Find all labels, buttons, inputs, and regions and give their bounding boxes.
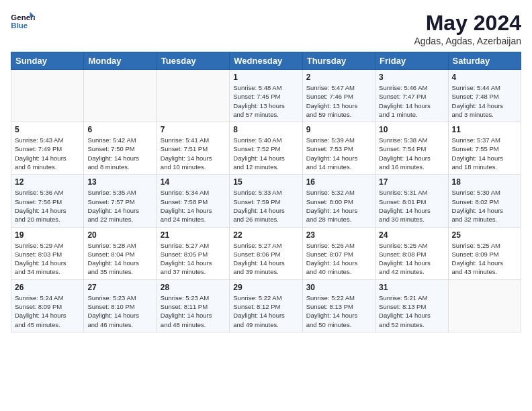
location-subtitle: Agdas, Agdas, Azerbaijan: [414, 36, 521, 46]
day-number: 6: [87, 125, 152, 134]
weekday-header-row: SundayMondayTuesdayWednesdayThursdayFrid…: [11, 52, 521, 70]
calendar-week-4: 19Sunrise: 5:29 AMSunset: 8:03 PMDayligh…: [11, 227, 521, 279]
logo-icon: General Blue: [11, 11, 35, 31]
calendar-cell: 25Sunrise: 5:25 AMSunset: 8:09 PMDayligh…: [448, 227, 521, 279]
day-number: 16: [306, 177, 371, 187]
calendar-cell: 11Sunrise: 5:37 AMSunset: 7:55 PMDayligh…: [448, 122, 521, 175]
calendar-cell: 5Sunrise: 5:43 AMSunset: 7:49 PMDaylight…: [11, 122, 84, 175]
day-number: 7: [161, 125, 226, 134]
day-info: Sunrise: 5:35 AMSunset: 7:57 PMDaylight:…: [87, 188, 152, 224]
calendar-cell: 29Sunrise: 5:22 AMSunset: 8:12 PMDayligh…: [230, 279, 302, 332]
day-number: 14: [161, 177, 226, 187]
day-number: 1: [233, 73, 298, 82]
svg-text:Blue: Blue: [11, 21, 28, 30]
calendar-cell: 16Sunrise: 5:32 AMSunset: 8:00 PMDayligh…: [302, 175, 375, 227]
day-info: Sunrise: 5:25 AMSunset: 8:09 PMDaylight:…: [452, 241, 517, 277]
day-number: 13: [87, 177, 152, 187]
calendar-cell: 10Sunrise: 5:38 AMSunset: 7:54 PMDayligh…: [375, 122, 448, 175]
day-info: Sunrise: 5:38 AMSunset: 7:54 PMDaylight:…: [379, 136, 444, 171]
day-info: Sunrise: 5:40 AMSunset: 7:52 PMDaylight:…: [233, 136, 298, 171]
calendar-cell: 21Sunrise: 5:27 AMSunset: 8:05 PMDayligh…: [157, 227, 229, 279]
day-number: 23: [306, 230, 371, 240]
day-number: 9: [306, 125, 371, 134]
day-info: Sunrise: 5:23 AMSunset: 8:10 PMDaylight:…: [87, 293, 152, 329]
day-info: Sunrise: 5:21 AMSunset: 8:13 PMDaylight:…: [379, 293, 444, 329]
weekday-header-wednesday: Wednesday: [230, 52, 302, 70]
calendar-cell: 2Sunrise: 5:47 AMSunset: 7:46 PMDaylight…: [302, 70, 375, 122]
calendar-week-2: 5Sunrise: 5:43 AMSunset: 7:49 PMDaylight…: [11, 122, 521, 175]
day-info: Sunrise: 5:27 AMSunset: 8:05 PMDaylight:…: [161, 241, 226, 277]
title-block: May 2024 Agdas, Agdas, Azerbaijan: [414, 11, 521, 46]
day-number: 27: [87, 283, 152, 292]
day-info: Sunrise: 5:28 AMSunset: 8:04 PMDaylight:…: [87, 241, 152, 277]
calendar-cell: 17Sunrise: 5:31 AMSunset: 8:01 PMDayligh…: [375, 175, 448, 227]
calendar-week-1: 1Sunrise: 5:48 AMSunset: 7:45 PMDaylight…: [11, 70, 521, 122]
day-info: Sunrise: 5:46 AMSunset: 7:47 PMDaylight:…: [379, 83, 444, 119]
day-number: 18: [452, 177, 517, 187]
day-number: 15: [233, 177, 298, 187]
day-number: 17: [379, 177, 444, 187]
day-number: 28: [161, 283, 226, 292]
day-number: 20: [87, 230, 152, 240]
day-info: Sunrise: 5:39 AMSunset: 7:53 PMDaylight:…: [306, 136, 371, 171]
calendar-cell: 24Sunrise: 5:25 AMSunset: 8:08 PMDayligh…: [375, 227, 448, 279]
weekday-header-sunday: Sunday: [11, 52, 84, 70]
calendar-cell: 6Sunrise: 5:42 AMSunset: 7:50 PMDaylight…: [84, 122, 157, 175]
month-title: May 2024: [414, 11, 521, 36]
calendar-cell: 9Sunrise: 5:39 AMSunset: 7:53 PMDaylight…: [302, 122, 375, 175]
calendar-cell: 12Sunrise: 5:36 AMSunset: 7:56 PMDayligh…: [11, 175, 84, 227]
day-number: 2: [306, 73, 371, 82]
day-number: 31: [379, 283, 444, 292]
day-number: 12: [15, 177, 80, 187]
day-info: Sunrise: 5:44 AMSunset: 7:48 PMDaylight:…: [452, 83, 517, 119]
day-number: 26: [15, 283, 80, 292]
day-info: Sunrise: 5:31 AMSunset: 8:01 PMDaylight:…: [379, 188, 444, 224]
calendar-cell: [84, 70, 157, 122]
calendar-cell: 4Sunrise: 5:44 AMSunset: 7:48 PMDaylight…: [448, 70, 521, 122]
calendar-table: SundayMondayTuesdayWednesdayThursdayFrid…: [11, 52, 521, 332]
calendar-cell: [448, 279, 521, 332]
calendar-cell: [11, 70, 84, 122]
calendar-week-5: 26Sunrise: 5:24 AMSunset: 8:09 PMDayligh…: [11, 279, 521, 332]
weekday-header-thursday: Thursday: [302, 52, 375, 70]
logo: General Blue: [11, 11, 35, 31]
weekday-header-monday: Monday: [84, 52, 157, 70]
day-info: Sunrise: 5:29 AMSunset: 8:03 PMDaylight:…: [15, 241, 80, 277]
day-number: 25: [452, 230, 517, 240]
day-number: 8: [233, 125, 298, 134]
day-info: Sunrise: 5:36 AMSunset: 7:56 PMDaylight:…: [15, 188, 80, 224]
calendar-cell: 19Sunrise: 5:29 AMSunset: 8:03 PMDayligh…: [11, 227, 84, 279]
day-number: 11: [452, 125, 517, 134]
day-info: Sunrise: 5:30 AMSunset: 8:02 PMDaylight:…: [452, 188, 517, 224]
day-number: 3: [379, 73, 444, 82]
day-info: Sunrise: 5:43 AMSunset: 7:49 PMDaylight:…: [15, 136, 80, 171]
calendar-cell: 27Sunrise: 5:23 AMSunset: 8:10 PMDayligh…: [84, 279, 157, 332]
calendar-cell: 7Sunrise: 5:41 AMSunset: 7:51 PMDaylight…: [157, 122, 229, 175]
day-info: Sunrise: 5:27 AMSunset: 8:06 PMDaylight:…: [233, 241, 298, 277]
calendar-week-3: 12Sunrise: 5:36 AMSunset: 7:56 PMDayligh…: [11, 175, 521, 227]
day-number: 29: [233, 283, 298, 292]
day-info: Sunrise: 5:25 AMSunset: 8:08 PMDaylight:…: [379, 241, 444, 277]
day-info: Sunrise: 5:24 AMSunset: 8:09 PMDaylight:…: [15, 293, 80, 329]
day-number: 4: [452, 73, 517, 82]
day-number: 10: [379, 125, 444, 134]
calendar-cell: [157, 70, 229, 122]
calendar-cell: 14Sunrise: 5:34 AMSunset: 7:58 PMDayligh…: [157, 175, 229, 227]
day-number: 22: [233, 230, 298, 240]
day-info: Sunrise: 5:47 AMSunset: 7:46 PMDaylight:…: [306, 83, 371, 119]
calendar-cell: 13Sunrise: 5:35 AMSunset: 7:57 PMDayligh…: [84, 175, 157, 227]
calendar-cell: 26Sunrise: 5:24 AMSunset: 8:09 PMDayligh…: [11, 279, 84, 332]
day-info: Sunrise: 5:42 AMSunset: 7:50 PMDaylight:…: [87, 136, 152, 171]
day-info: Sunrise: 5:22 AMSunset: 8:12 PMDaylight:…: [233, 293, 298, 329]
day-info: Sunrise: 5:34 AMSunset: 7:58 PMDaylight:…: [161, 188, 226, 224]
weekday-header-saturday: Saturday: [448, 52, 521, 70]
day-number: 5: [15, 125, 80, 134]
day-number: 21: [161, 230, 226, 240]
day-info: Sunrise: 5:48 AMSunset: 7:45 PMDaylight:…: [233, 83, 298, 119]
day-info: Sunrise: 5:33 AMSunset: 7:59 PMDaylight:…: [233, 188, 298, 224]
day-info: Sunrise: 5:32 AMSunset: 8:00 PMDaylight:…: [306, 188, 371, 224]
calendar-cell: 23Sunrise: 5:26 AMSunset: 8:07 PMDayligh…: [302, 227, 375, 279]
calendar-cell: 22Sunrise: 5:27 AMSunset: 8:06 PMDayligh…: [230, 227, 302, 279]
calendar-cell: 15Sunrise: 5:33 AMSunset: 7:59 PMDayligh…: [230, 175, 302, 227]
day-info: Sunrise: 5:41 AMSunset: 7:51 PMDaylight:…: [161, 136, 226, 171]
